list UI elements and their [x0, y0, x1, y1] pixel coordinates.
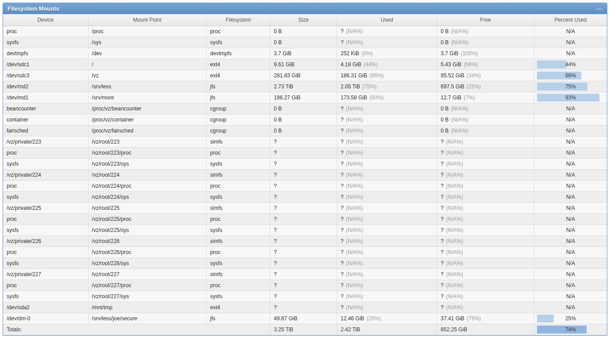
cell-mount: /vz: [88, 70, 207, 81]
cell-device: proc: [3, 280, 88, 291]
cell-used: 12.46 GiB (25%): [337, 313, 437, 324]
cell-fs: simfs: [207, 236, 270, 247]
cell-fs: sysfs: [207, 225, 270, 236]
cell-size: ?: [270, 247, 337, 258]
table-row: proc/vz/root/226/procproc?? (N/A%)? (N/A…: [3, 247, 607, 258]
totals-row: Totals:3.25 TiB2.42 TiB852.25 GiB 74%: [3, 324, 607, 335]
cell-free: ? (N/A%): [437, 269, 534, 280]
cell-free: 0 B (N/A%): [437, 103, 534, 114]
cell-fs: proc: [207, 181, 270, 192]
cell-size: 186.27 GiB: [270, 92, 337, 103]
cell-size: 0 B: [270, 37, 337, 48]
table-row: /vz/private/225/vz/root/225simfs?? (N/A%…: [3, 203, 607, 214]
cell-percent: N/A: [534, 291, 607, 302]
cell-percent: 74%: [534, 324, 607, 335]
cell-free: ? (N/A%): [437, 258, 534, 269]
cell-mount: /vz/root/226/sys: [88, 258, 207, 269]
cell-used: ? (N/A%): [337, 291, 437, 302]
panel-title: Filesystem Mounts: [8, 5, 59, 12]
cell-fs: proc: [207, 214, 270, 225]
col-percent[interactable]: Percent Used: [534, 14, 607, 26]
cell-used: ? (N/A%): [337, 37, 437, 48]
col-free[interactable]: Free: [437, 14, 534, 26]
cell-percent: N/A: [534, 236, 607, 247]
cell-fs: cgroup: [207, 125, 270, 136]
collapse-icon[interactable]: —: [596, 5, 602, 12]
cell-percent: N/A: [534, 258, 607, 269]
cell-mount: /srv/less/joe/secure: [88, 313, 207, 324]
cell-device: /vz/private/226: [3, 236, 88, 247]
cell-percent: 66%: [534, 70, 607, 81]
table-row: /dev/sda2/mnt/tmpext4?? (N/A%)? (N/A%)N/…: [3, 302, 607, 313]
cell-used: 4.18 GiB (44%): [337, 59, 437, 70]
col-mountpoint[interactable]: Mount Point: [88, 14, 207, 26]
table-row: proc/vz/root/224/procproc?? (N/A%)? (N/A…: [3, 181, 607, 192]
cell-device: /dev/md2: [3, 81, 88, 92]
cell-used: 186.31 GiB (66%): [337, 70, 437, 81]
cell-size: ?: [270, 159, 337, 170]
cell-percent: 44%: [534, 59, 607, 70]
totals-free: 852.25 GiB: [437, 324, 534, 335]
cell-fs: jfs: [207, 81, 270, 92]
cell-fs: sysfs: [207, 192, 270, 203]
cell-device: sysfs: [3, 258, 88, 269]
cell-used: 173.58 GiB (93%): [337, 92, 437, 103]
cell-percent: N/A: [534, 214, 607, 225]
cell-mount: /vz/root/227/sys: [88, 291, 207, 302]
cell-size: 0 B: [270, 114, 337, 125]
percent-bar: 93%: [537, 94, 604, 102]
cell-percent: N/A: [534, 170, 607, 181]
mounts-table: Device Mount Point Filesystem Size Used …: [3, 14, 607, 335]
cell-fs: simfs: [207, 269, 270, 280]
cell-used: ? (N/A%): [337, 125, 437, 136]
cell-used: ? (N/A%): [337, 236, 437, 247]
table-row: /vz/private/226/vz/root/226simfs?? (N/A%…: [3, 236, 607, 247]
panel-header: Filesystem Mounts —: [3, 3, 607, 14]
table-row: sysfs/vz/root/226/syssysfs?? (N/A%)? (N/…: [3, 258, 607, 269]
cell-percent: N/A: [534, 26, 607, 37]
col-used[interactable]: Used: [337, 14, 437, 26]
table-row: /vz/private/227/vz/root/227simfs?? (N/A%…: [3, 269, 607, 280]
cell-mount: /vz/root/225/sys: [88, 225, 207, 236]
cell-device: beancounter: [3, 103, 88, 114]
cell-free: 5.43 GiB (56%): [437, 59, 534, 70]
table-row: proc/vz/root/225/procproc?? (N/A%)? (N/A…: [3, 214, 607, 225]
filesystem-mounts-panel: Filesystem Mounts — Device Mount Point F…: [3, 3, 607, 336]
cell-free: ? (N/A%): [437, 159, 534, 170]
cell-used: ? (N/A%): [337, 269, 437, 280]
cell-used: ? (N/A%): [337, 26, 437, 37]
cell-free: 3.7 GiB (100%): [437, 48, 534, 59]
cell-free: 12.7 GiB (7%): [437, 92, 534, 103]
cell-size: 281.83 GiB: [270, 70, 337, 81]
cell-fs: sysfs: [207, 258, 270, 269]
col-filesystem[interactable]: Filesystem: [207, 14, 270, 26]
cell-fs: ext4: [207, 59, 270, 70]
table-row: devtmpfs/devdevtmpfs3.7 GiB252 KiB (0%)3…: [3, 48, 607, 59]
cell-size: ?: [270, 236, 337, 247]
cell-mount: /vz/root/227/proc: [88, 280, 207, 291]
cell-percent: N/A: [534, 159, 607, 170]
cell-size: ?: [270, 258, 337, 269]
cell-size: ?: [270, 181, 337, 192]
cell-mount: /vz/root/225/proc: [88, 214, 207, 225]
cell-free: ? (N/A%): [437, 225, 534, 236]
table-row: proc/vz/root/227/procproc?? (N/A%)? (N/A…: [3, 280, 607, 291]
col-device[interactable]: Device: [3, 14, 88, 26]
cell-percent: N/A: [534, 225, 607, 236]
cell-size: ?: [270, 192, 337, 203]
cell-percent: N/A: [534, 103, 607, 114]
cell-percent: N/A: [534, 302, 607, 313]
cell-device: proc: [3, 247, 88, 258]
cell-size: 3.7 GiB: [270, 48, 337, 59]
percent-bar: 75%: [537, 83, 604, 91]
cell-percent: N/A: [534, 280, 607, 291]
cell-used: ? (N/A%): [337, 159, 437, 170]
cell-mount: /vz/root/226/proc: [88, 247, 207, 258]
cell-fs: proc: [207, 26, 270, 37]
table-row: sysfs/vz/root/224/syssysfs?? (N/A%)? (N/…: [3, 192, 607, 203]
table-row: fairsched/proc/vz/fairschedcgroup0 B? (N…: [3, 125, 607, 136]
cell-free: ? (N/A%): [437, 203, 534, 214]
cell-mount: /mnt/tmp: [88, 302, 207, 313]
cell-used: ? (N/A%): [337, 225, 437, 236]
col-size[interactable]: Size: [270, 14, 337, 26]
